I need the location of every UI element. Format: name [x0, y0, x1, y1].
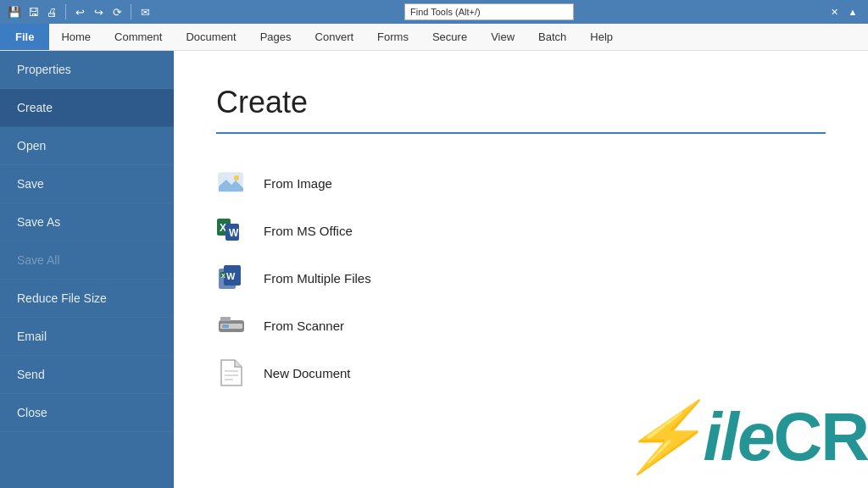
sidebar-item-create[interactable]: Create — [0, 89, 174, 127]
sidebar-item-save-all: Save All — [0, 241, 174, 280]
sidebar-item-email[interactable]: Email — [0, 318, 174, 356]
redo-icon[interactable]: ↪ — [91, 4, 106, 19]
find-tools-search[interactable]: Find Tools (Alt+/) — [404, 3, 574, 20]
menu-comment[interactable]: Comment — [103, 24, 174, 50]
create-from-ms-office[interactable]: X W From MS Office — [216, 207, 826, 254]
image-icon — [216, 168, 247, 198]
search-placeholder: Find Tools (Alt+/) — [410, 7, 481, 17]
maximize-button[interactable]: ▲ — [844, 3, 861, 20]
menu-pages[interactable]: Pages — [248, 24, 303, 50]
menu-secure[interactable]: Secure — [420, 24, 479, 50]
create-from-image[interactable]: From Image — [216, 159, 826, 207]
from-image-label: From Image — [264, 176, 332, 191]
from-ms-office-label: From MS Office — [264, 224, 353, 238]
svg-rect-14 — [222, 324, 229, 328]
title-divider — [216, 132, 826, 134]
menu-document[interactable]: Document — [174, 24, 248, 50]
sidebar-item-reduce[interactable]: Reduce File Size — [0, 280, 174, 318]
watermark-logo: ⚡ileCR — [620, 403, 869, 471]
toolbar-left: 💾 🖫 🖨 ↩ ↪ ⟳ ✉ — [7, 4, 153, 19]
new-document-label: New Document — [264, 366, 351, 380]
create-from-scanner[interactable]: From Scanner — [216, 302, 826, 349]
svg-text:W: W — [226, 271, 236, 281]
app-body: Properties Create Open Save Save As Save… — [0, 51, 868, 488]
sidebar-item-close[interactable]: Close — [0, 394, 174, 432]
menu-help[interactable]: Help — [578, 24, 625, 50]
from-multiple-files-label: From Multiple Files — [264, 271, 371, 286]
new-document-icon — [216, 358, 247, 388]
sidebar-item-save-as[interactable]: Save As — [0, 203, 174, 241]
sidebar-item-send[interactable]: Send — [0, 356, 174, 394]
page-title: Create — [216, 85, 826, 120]
menu-home[interactable]: Home — [49, 24, 103, 50]
menu-file[interactable]: File — [0, 24, 49, 50]
sidebar-item-save[interactable]: Save — [0, 165, 174, 203]
svg-text:X: X — [220, 222, 226, 234]
separator — [65, 4, 66, 19]
multiple-files-icon: W X — [216, 263, 247, 293]
separator2 — [131, 4, 131, 19]
main-content: Create From Image X — [174, 51, 868, 488]
ms-office-icon: X W — [216, 215, 247, 246]
svg-text:X: X — [221, 273, 225, 279]
sidebar: Properties Create Open Save Save As Save… — [0, 51, 174, 488]
menu-view[interactable]: View — [479, 24, 526, 50]
menu-forms[interactable]: Forms — [365, 24, 420, 50]
svg-text:W: W — [229, 227, 239, 239]
from-scanner-label: From Scanner — [264, 319, 344, 333]
save-icon[interactable]: 💾 — [7, 4, 22, 19]
print-icon[interactable]: 🖨 — [44, 4, 59, 19]
undo-icon[interactable]: ↩ — [72, 4, 87, 19]
sidebar-item-open[interactable]: Open — [0, 127, 174, 165]
window-controls: ✕ ▲ — [826, 3, 861, 20]
save2-icon[interactable]: 🖫 — [25, 4, 41, 19]
create-from-multiple[interactable]: W X From Multiple Files — [216, 254, 826, 302]
close-button[interactable]: ✕ — [826, 3, 843, 20]
menu-bar: File Home Comment Document Pages Convert… — [0, 24, 868, 51]
menu-batch[interactable]: Batch — [526, 24, 578, 50]
refresh-icon[interactable]: ⟳ — [109, 4, 125, 19]
sidebar-item-properties[interactable]: Properties — [0, 51, 174, 89]
email-icon[interactable]: ✉ — [137, 4, 153, 19]
scanner-icon — [216, 310, 247, 341]
svg-rect-15 — [220, 317, 231, 321]
title-bar: 💾 🖫 🖨 ↩ ↪ ⟳ ✉ Find Tools (Alt+/) ✕ ▲ — [0, 0, 868, 24]
menu-convert[interactable]: Convert — [303, 24, 366, 50]
create-new-document[interactable]: New Document — [216, 349, 826, 396]
svg-point-2 — [234, 175, 239, 180]
